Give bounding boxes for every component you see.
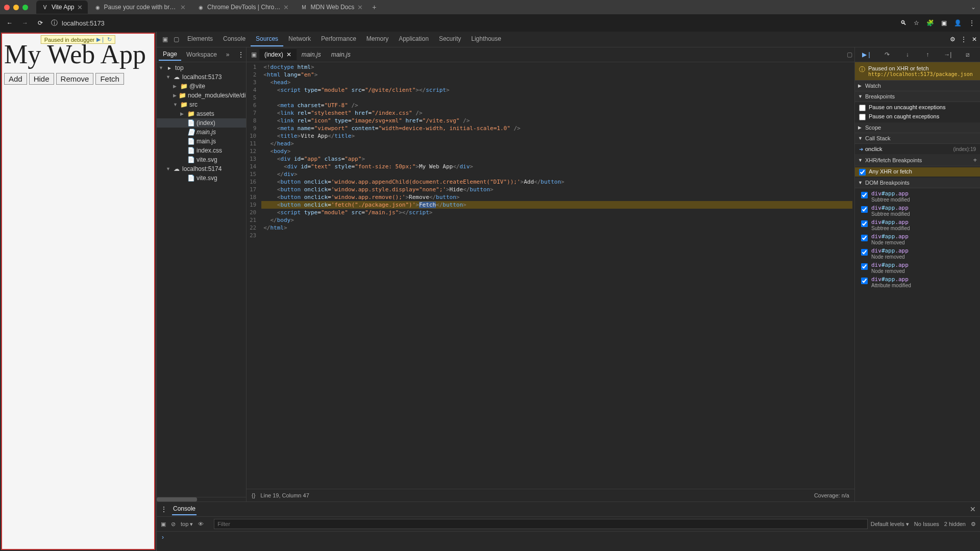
devtools-tab-application[interactable]: Application <box>394 32 434 46</box>
settings-icon[interactable]: ⚙ <box>950 36 955 43</box>
devtools-tab-console[interactable]: Console <box>218 32 251 46</box>
browser-tab[interactable]: VVite App✕ <box>36 1 88 14</box>
breakpoint-checkbox[interactable] <box>859 114 866 120</box>
dom-breakpoint-item[interactable]: div#app.appSubtree modified <box>855 218 980 232</box>
console-prompt[interactable]: › <box>157 532 980 551</box>
search-icon[interactable]: 🔍︎ <box>900 19 906 27</box>
devtools-tab-memory[interactable]: Memory <box>361 32 394 46</box>
bookmark-icon[interactable]: ☆ <box>914 19 919 27</box>
browser-tab[interactable]: ◉Pause your code with breakp✕ <box>89 1 191 14</box>
step-into-button[interactable]: ↓ <box>903 50 912 59</box>
hide-button[interactable]: Hide <box>29 73 54 85</box>
menu-icon[interactable]: ⋮ <box>969 19 975 27</box>
inspect-icon[interactable]: ▣ <box>160 34 170 44</box>
browser-tab[interactable]: MMDN Web Docs✕ <box>295 1 368 14</box>
toggle-nav-icon[interactable]: ▣ <box>249 49 259 60</box>
console-settings-icon[interactable]: ⚙ <box>971 521 976 528</box>
resume-button[interactable]: ▶❘ <box>863 50 872 59</box>
breakpoint-item[interactable]: Pause on caught exceptions <box>855 112 980 121</box>
url-text[interactable]: localhost:5173 <box>62 19 105 27</box>
deactivate-breakpoints-button[interactable]: ⧄ <box>963 50 972 59</box>
step-button[interactable]: →| <box>943 50 952 59</box>
log-levels-selector[interactable]: Default levels ▾ <box>871 521 909 528</box>
breakpoint-checkbox[interactable] <box>859 105 866 111</box>
xhr-bp-checkbox[interactable] <box>859 169 866 176</box>
extensions-icon[interactable]: 🧩 <box>926 19 934 27</box>
clear-console-icon[interactable]: ⊘ <box>171 521 176 528</box>
console-menu-icon[interactable]: ⋮ <box>161 506 167 513</box>
fetch-button[interactable]: Fetch <box>95 73 124 85</box>
workspace-tab[interactable]: Workspace <box>182 49 221 60</box>
new-tab-button[interactable]: + <box>369 2 379 12</box>
reload-button[interactable]: ⟳ <box>36 18 45 28</box>
live-expression-icon[interactable]: 👁 <box>198 521 204 527</box>
dom-bp-checkbox[interactable] <box>861 249 868 256</box>
file-tree[interactable]: ▼▸top ▼☁localhost:5173 ▶📁@vite ▶📁node_mo… <box>157 62 246 497</box>
dom-breakpoints-section[interactable]: ▼DOM Breakpoints <box>855 178 980 188</box>
devtools-tab-elements[interactable]: Elements <box>182 32 218 46</box>
close-drawer-icon[interactable]: ✕ <box>970 505 976 513</box>
breakpoints-section[interactable]: ▼Breakpoints <box>855 91 980 102</box>
close-editor-tab-icon[interactable]: ✕ <box>286 51 291 58</box>
maximize-window[interactable] <box>22 5 28 10</box>
editor-tab[interactable]: main.js <box>326 49 356 60</box>
xhr-breakpoint-item[interactable]: Any XHR or fetch <box>855 167 980 177</box>
site-info-icon[interactable]: ⓘ <box>51 18 58 28</box>
dom-bp-checkbox[interactable] <box>861 263 868 270</box>
breakpoint-item[interactable]: Pause on uncaught exceptions <box>855 103 980 112</box>
devtools-tab-sources[interactable]: Sources <box>251 32 283 46</box>
close-tab-icon[interactable]: ✕ <box>283 4 289 11</box>
devtools-tab-performance[interactable]: Performance <box>316 32 361 46</box>
dom-breakpoint-item[interactable]: div#app.appSubtree modified <box>855 204 980 218</box>
devtools-tab-security[interactable]: Security <box>434 32 466 46</box>
close-tab-icon[interactable]: ✕ <box>77 4 83 11</box>
add-xhr-bp-icon[interactable]: + <box>973 156 977 164</box>
step-out-button[interactable]: ↑ <box>923 50 932 59</box>
close-tab-icon[interactable]: ✕ <box>357 4 363 11</box>
callstack-frame[interactable]: ➜onclick(index):19 <box>855 145 980 153</box>
editor-tab[interactable]: (index) ✕ <box>259 49 297 60</box>
dom-breakpoint-item[interactable]: div#app.appNode removed <box>855 232 980 246</box>
hidden-count[interactable]: 2 hidden <box>944 521 966 527</box>
editor-tab[interactable]: main.js <box>297 49 326 60</box>
devtools-tab-lighthouse[interactable]: Lighthouse <box>466 32 506 46</box>
step-over-button[interactable]: ↷ <box>883 50 892 59</box>
step-icon[interactable]: ↻ <box>107 36 112 43</box>
code-editor[interactable]: 1234567891011121314151617181920212223 <!… <box>247 62 854 489</box>
panel-icon[interactable]: ▣ <box>941 19 947 27</box>
xhr-breakpoints-section[interactable]: ▼XHR/fetch Breakpoints+ <box>855 154 980 166</box>
more-icon[interactable]: ⋮ <box>961 36 967 43</box>
profile-icon[interactable]: 👤 <box>954 19 962 27</box>
wrap-icon[interactable]: ▢ <box>847 51 852 58</box>
dom-breakpoint-item[interactable]: div#app.appAttribute modified <box>855 275 980 289</box>
dom-bp-checkbox[interactable] <box>861 206 868 213</box>
back-button[interactable]: ← <box>5 18 14 28</box>
dom-breakpoint-item[interactable]: div#app.appSubtree modified <box>855 189 980 204</box>
console-sidebar-icon[interactable]: ▣ <box>161 521 166 528</box>
watch-section[interactable]: ▶Watch <box>855 81 980 91</box>
console-tab[interactable]: Console <box>172 503 197 515</box>
context-selector[interactable]: top ▾ <box>181 521 193 528</box>
close-window[interactable] <box>4 5 10 10</box>
page-tab[interactable]: Page <box>159 48 181 61</box>
dom-bp-checkbox[interactable] <box>861 278 868 284</box>
devtools-tab-network[interactable]: Network <box>283 32 316 46</box>
dom-bp-checkbox[interactable] <box>861 192 868 198</box>
format-icon[interactable]: {} <box>252 492 255 498</box>
more-tabs-icon[interactable]: » <box>222 49 234 60</box>
horizontal-scrollbar[interactable] <box>157 497 197 502</box>
close-tab-icon[interactable]: ✕ <box>180 4 186 11</box>
close-devtools-icon[interactable]: ✕ <box>972 36 977 43</box>
dom-bp-checkbox[interactable] <box>861 235 868 241</box>
device-toolbar-icon[interactable]: ▢ <box>171 34 181 44</box>
dom-breakpoint-item[interactable]: div#app.appNode removed <box>855 246 980 261</box>
dom-breakpoint-item[interactable]: div#app.appNode removed <box>855 261 980 275</box>
add-button[interactable]: Add <box>4 73 27 85</box>
dom-bp-checkbox[interactable] <box>861 220 868 227</box>
resume-icon[interactable]: ▶❘ <box>96 36 105 43</box>
remove-button[interactable]: Remove <box>56 73 94 85</box>
issues-indicator[interactable]: No Issues <box>914 521 939 527</box>
console-filter-input[interactable] <box>214 519 867 529</box>
callstack-section[interactable]: ▼Call Stack <box>855 133 980 144</box>
scope-section[interactable]: ▶Scope <box>855 122 980 133</box>
